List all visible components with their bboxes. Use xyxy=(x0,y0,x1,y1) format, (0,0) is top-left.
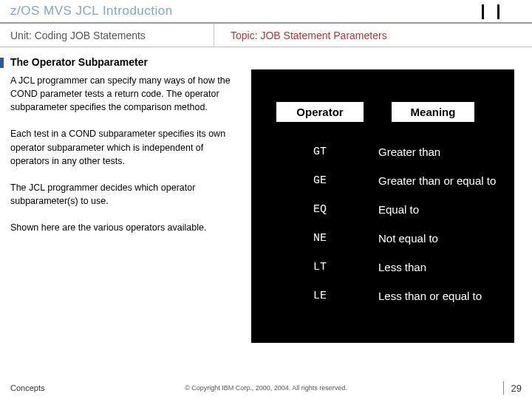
footer-copyright: © Copyright IBM Corp., 2000, 2004. All r… xyxy=(0,384,532,392)
section-marker-icon xyxy=(0,58,4,68)
table-row: EQ Equal to xyxy=(251,203,514,216)
operator-meaning: Greater than xyxy=(378,146,440,158)
operator-table: Operator Meaning GT Greater than GE Grea… xyxy=(251,69,514,343)
svg-rect-5 xyxy=(473,15,513,16)
operator-meaning: Equal to xyxy=(378,203,419,216)
page-number: 29 xyxy=(511,383,522,394)
operator-code: GE xyxy=(276,174,364,187)
table-body: GT Greater than GE Greater than or equal… xyxy=(251,122,514,302)
course-title: z/OS MVS JCL Introduction xyxy=(10,4,173,18)
table-row: GT Greater than xyxy=(251,146,514,158)
svg-rect-3 xyxy=(473,10,513,11)
table-header-row: Operator Meaning xyxy=(251,69,514,122)
operator-meaning: Greater than or equal to xyxy=(378,174,496,187)
ibm-logo-icon xyxy=(473,4,513,19)
footer-right: 29 xyxy=(503,381,522,395)
svg-rect-2 xyxy=(473,8,513,9)
col-header-meaning: Meaning xyxy=(392,102,474,122)
operator-meaning: Less than or equal to xyxy=(378,290,482,302)
table-row: NE Not equal to xyxy=(251,232,514,245)
paragraph: A JCL programmer can specify many ways o… xyxy=(10,74,232,114)
svg-rect-1 xyxy=(473,7,513,7)
operator-code: LE xyxy=(276,290,364,302)
operator-code: NE xyxy=(276,232,364,245)
footer: Concepts © Copyright IBM Corp., 2000, 20… xyxy=(0,377,532,399)
section-heading-text: The Operator Subparameter xyxy=(10,56,148,68)
svg-rect-8 xyxy=(482,4,484,19)
operator-meaning: Less than xyxy=(378,261,426,273)
col-header-operator: Operator xyxy=(276,102,364,122)
svg-rect-9 xyxy=(497,4,499,19)
table-row: LE Less than or equal to xyxy=(251,290,514,302)
table-row: GE Greater than or equal to xyxy=(251,174,514,187)
operator-meaning: Not equal to xyxy=(378,232,438,245)
topic-label: Topic: JOB Statement Parameters xyxy=(214,30,387,41)
paragraph: The JCL programmer decides which operato… xyxy=(10,181,232,208)
paragraph: Each test in a COND subparameter specifi… xyxy=(10,127,232,167)
slide-body: A JCL programmer can specify many ways o… xyxy=(0,74,532,355)
paragraph: Shown here are the various operators ava… xyxy=(10,221,232,234)
table-row: LT Less than xyxy=(251,261,514,273)
unit-label: Unit: Coding JOB Statements xyxy=(0,24,214,47)
svg-rect-6 xyxy=(473,16,513,17)
sub-header: Unit: Coding JOB Statements Topic: JOB S… xyxy=(0,24,532,47)
title-bar: z/OS MVS JCL Introduction xyxy=(0,0,532,24)
svg-rect-0 xyxy=(473,4,513,5)
body-text-column: A JCL programmer can specify many ways o… xyxy=(10,74,232,234)
operator-code: LT xyxy=(276,261,364,273)
svg-rect-4 xyxy=(473,13,513,13)
svg-rect-7 xyxy=(473,18,513,19)
footer-divider-icon xyxy=(503,381,504,395)
slide: z/OS MVS JCL Introduction Unit: Coding J… xyxy=(0,0,532,399)
operator-code: GT xyxy=(276,146,364,158)
operator-code: EQ xyxy=(276,203,364,216)
